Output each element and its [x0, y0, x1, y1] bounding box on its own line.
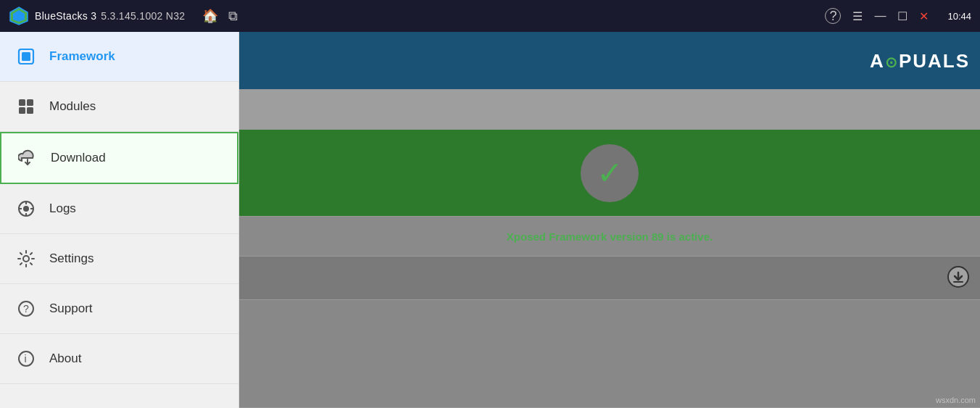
svg-rect-3: [22, 52, 30, 61]
app-version: 5.3.145.1002 N32: [101, 10, 185, 22]
sidebar-item-download[interactable]: Download: [0, 132, 238, 184]
status-message: Xposed Framework version 89 is active.: [507, 230, 713, 243]
stripe-toggle: [239, 90, 980, 130]
sidebar-item-settings[interactable]: Settings: [0, 234, 238, 284]
home-icon[interactable]: 🏠: [199, 5, 221, 27]
svg-rect-6: [19, 107, 25, 114]
maximize-icon[interactable]: ☐: [897, 9, 908, 23]
svg-rect-7: [27, 107, 33, 114]
about-icon: i: [14, 347, 38, 370]
content-area: A⊙PUALS ⋮ ✓ Xposed Framework version 89 …: [239, 32, 980, 408]
checkmark-icon: ✓: [597, 157, 623, 189]
check-circle: ✓: [581, 144, 639, 202]
appuals-logo: A⊙PUALS: [870, 49, 970, 72]
window-controls: ? ☰ — ☐ ✕ 10:44: [825, 8, 971, 24]
svg-rect-5: [27, 99, 33, 106]
svg-point-15: [23, 256, 29, 262]
logs-label: Logs: [49, 201, 76, 216]
framework-label: Framework: [49, 49, 115, 64]
sidebar: Framework Modules Downloa: [0, 32, 239, 408]
close-icon[interactable]: ✕: [919, 9, 929, 23]
clone-icon[interactable]: ⧉: [225, 6, 241, 27]
sidebar-item-modules[interactable]: Modules: [0, 82, 238, 132]
bluestacks-logo: [9, 6, 29, 26]
svg-rect-4: [19, 99, 25, 106]
app-name: BlueStacks 3: [35, 10, 96, 22]
modules-label: Modules: [49, 99, 96, 114]
sidebar-item-about[interactable]: i About: [0, 334, 238, 384]
hamburger-icon[interactable]: ☰: [852, 9, 863, 23]
svg-text:i: i: [25, 353, 27, 365]
support-label: Support: [49, 301, 93, 316]
sidebar-item-logs[interactable]: Logs: [0, 184, 238, 234]
sidebar-item-support[interactable]: ? Support: [0, 284, 238, 334]
time-display: 10:44: [947, 11, 971, 22]
main-layout: Framework Modules Downloa: [0, 32, 980, 408]
stripe-status: Xposed Framework version 89 is active.: [239, 217, 980, 257]
title-bar: BlueStacks 3 5.3.145.1002 N32 🏠 ⧉ ? ☰ — …: [0, 0, 980, 32]
settings-icon: [14, 247, 38, 270]
support-icon: ?: [14, 297, 38, 320]
stripe-bottom: [239, 257, 980, 300]
help-icon[interactable]: ?: [825, 8, 841, 24]
watermark: wsxdn.com: [936, 396, 976, 404]
title-nav: 🏠 ⧉: [199, 5, 241, 27]
framework-icon: [14, 45, 38, 68]
svg-point-10: [23, 206, 29, 212]
sidebar-item-framework[interactable]: Framework: [0, 32, 238, 82]
settings-label: Settings: [49, 251, 94, 266]
download-bottom-icon[interactable]: [947, 265, 970, 293]
minimize-icon[interactable]: —: [874, 9, 886, 22]
stripe-header: A⊙PUALS: [239, 32, 980, 90]
about-label: About: [49, 351, 81, 366]
modules-icon: [14, 95, 38, 118]
stripe-check: ✓: [239, 130, 980, 217]
download-label: Download: [51, 151, 106, 165]
logs-icon: [14, 197, 38, 220]
svg-text:?: ?: [23, 303, 29, 315]
stripe-last: wsxdn.com: [239, 300, 980, 408]
download-cloud-icon: [16, 146, 39, 170]
